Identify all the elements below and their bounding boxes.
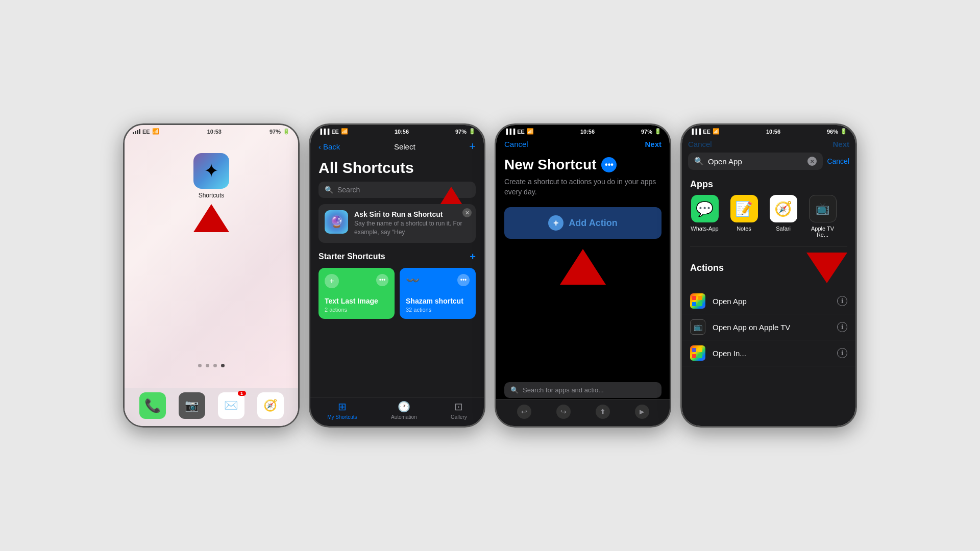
wifi-icon: 📶 xyxy=(152,128,159,135)
safari-app-item[interactable]: 🧭 Safari xyxy=(767,195,800,238)
cancel-top-4[interactable]: Cancel xyxy=(688,140,712,148)
carrier-2: EE xyxy=(331,129,339,135)
next-top-4[interactable]: Next xyxy=(832,140,849,148)
back-label: Back xyxy=(323,142,340,151)
red-arrow-up-1 xyxy=(193,204,229,232)
open-app-action-name: Open App xyxy=(713,297,830,306)
shazam-tile[interactable]: 〰️ ••• Shazam shortcut 32 actions xyxy=(400,268,476,319)
battery-4: 96% xyxy=(827,129,838,135)
add-starter-button[interactable]: + xyxy=(470,251,476,263)
battery-icon: 🔋 xyxy=(283,128,290,135)
automation-icon: 🕐 xyxy=(398,400,410,413)
tile-count-1: 2 actions xyxy=(325,307,388,313)
tile-more-icon-2[interactable]: ••• xyxy=(457,274,470,286)
search-placeholder-2: Search xyxy=(337,186,360,194)
whatsapp-app-item[interactable]: 💬 Whats-App xyxy=(688,195,721,238)
shortcuts-grid: + ••• Text Last Image 2 actions 〰️ ••• S… xyxy=(310,268,484,319)
tile-add-icon-1: + xyxy=(325,274,339,288)
cancel-button-3[interactable]: Cancel xyxy=(504,140,528,148)
gmail-badge: 1 xyxy=(238,391,246,396)
signal-icon-2: ▐▐▐ xyxy=(318,129,329,134)
notes-app-icon: 📝 xyxy=(730,195,758,222)
my-shortcuts-icon: ⊞ xyxy=(338,400,347,413)
back-button[interactable]: ‹ Back xyxy=(318,142,340,151)
wifi-icon-2: 📶 xyxy=(341,128,348,135)
open-appletv-action-icon: 📺 xyxy=(690,319,705,335)
time-2: 10:56 xyxy=(395,129,409,135)
actions-search-bar[interactable]: 🔍 Search for apps and actio... xyxy=(504,382,662,398)
open-in-action-name: Open In... xyxy=(713,349,830,358)
appletv-app-icon: 📺 xyxy=(809,195,837,222)
camera-app-icon[interactable]: 📷 xyxy=(179,392,205,419)
actions-section-label: Actions xyxy=(690,263,806,273)
select-button[interactable]: Select xyxy=(394,142,415,151)
next-button-3[interactable]: Next xyxy=(645,140,662,148)
share-button[interactable]: ⬆ xyxy=(596,405,610,419)
carrier-3: EE xyxy=(517,129,525,135)
clear-search-button[interactable]: ✕ xyxy=(807,157,817,166)
signal-icon xyxy=(133,129,140,134)
automation-label: Automation xyxy=(391,414,417,420)
cancel-search-button[interactable]: Cancel xyxy=(827,157,849,165)
apps-section-label: Apps xyxy=(682,177,855,195)
open-app-action-row[interactable]: Open App ℹ xyxy=(682,288,855,314)
gmail-app-icon[interactable]: ✉️ 1 xyxy=(218,392,244,419)
status-bar-3: ▐▐▐ EE 📶 10:56 97% 🔋 xyxy=(496,125,670,138)
red-arrow-screen3 xyxy=(496,249,670,285)
starter-section-label: Starter Shortcuts xyxy=(318,252,385,261)
shazam-wave-icon: 〰️ xyxy=(406,274,420,287)
text-last-image-tile[interactable]: + ••• Text Last Image 2 actions xyxy=(318,268,395,319)
whatsapp-app-icon: 💬 xyxy=(691,195,719,222)
new-shortcut-title: New Shortcut ••• xyxy=(496,153,670,177)
tab-gallery[interactable]: ⊡ Gallery xyxy=(451,400,467,420)
run-button[interactable]: ▶ xyxy=(635,405,649,419)
appletv-app-name: Apple TV Re... xyxy=(806,226,839,238)
open-app-search-input[interactable]: 🔍 Open App ✕ xyxy=(688,153,823,170)
gallery-icon: ⊡ xyxy=(454,400,463,413)
time-label: 10:53 xyxy=(207,129,222,135)
carrier-label: EE xyxy=(142,129,150,135)
open-app-appletv-row[interactable]: 📺 Open App on Apple TV ℹ xyxy=(682,314,855,340)
add-action-button[interactable]: + Add Action xyxy=(504,207,662,239)
page-dots xyxy=(198,364,225,367)
close-siri-card-button[interactable]: ✕ xyxy=(462,208,472,217)
carrier-4: EE xyxy=(703,129,710,135)
tab-my-shortcuts[interactable]: ⊞ My Shortcuts xyxy=(327,400,357,420)
siri-card[interactable]: 🔮 Ask Siri to Run a Shortcut Say the nam… xyxy=(318,204,476,243)
all-shortcuts-title: All Shortcuts xyxy=(310,157,484,182)
dot-2 xyxy=(206,364,209,367)
shortcut-options-button[interactable]: ••• xyxy=(601,157,617,172)
search-icon-2: 🔍 xyxy=(325,186,333,194)
search-value-4: Open App xyxy=(708,157,742,166)
shortcuts-app-icon[interactable]: ✦ xyxy=(193,153,229,189)
open-app-info-button[interactable]: ℹ xyxy=(837,296,847,306)
notes-app-item[interactable]: 📝 Notes xyxy=(727,195,761,238)
add-action-label: Add Action xyxy=(569,218,617,229)
notes-app-name: Notes xyxy=(737,226,751,232)
add-action-plus-icon: + xyxy=(548,215,564,231)
appletv-app-item[interactable]: 📺 Apple TV Re... xyxy=(806,195,839,238)
dot-3 xyxy=(213,364,217,367)
nav-bar-2: ‹ Back Select + xyxy=(310,138,484,157)
phone-frame-3: ▐▐▐ EE 📶 10:56 97% 🔋 Cancel Next New Sho… xyxy=(495,123,671,428)
tile-name-2: Shazam shortcut xyxy=(406,297,470,306)
starter-shortcuts-header: Starter Shortcuts + xyxy=(310,249,484,268)
home-screen-content: ✦ Shortcuts xyxy=(125,138,298,383)
safari-app-icon[interactable]: 🧭 xyxy=(257,392,284,419)
tile-more-icon-1[interactable]: ••• xyxy=(376,274,388,286)
divider xyxy=(690,246,847,246)
tab-automation[interactable]: 🕐 Automation xyxy=(391,400,417,420)
battery-2: 97% xyxy=(455,129,467,135)
bottom-nav-2: ⊞ My Shortcuts 🕐 Automation ⊡ Gallery xyxy=(310,397,484,426)
phone-app-icon[interactable]: 📞 xyxy=(139,392,166,419)
status-bar-4: ▐▐▐ EE 📶 10:56 96% 🔋 xyxy=(682,125,855,138)
open-appletv-info-button[interactable]: ℹ xyxy=(837,322,847,332)
undo-button[interactable]: ↩ xyxy=(517,405,531,419)
add-shortcut-button[interactable]: + xyxy=(469,140,476,153)
apps-row: 💬 Whats-App 📝 Notes 🧭 Safari xyxy=(682,195,855,246)
shortcuts-app-label: Shortcuts xyxy=(199,192,225,199)
redo-button[interactable]: ↪ xyxy=(556,405,571,419)
open-in-info-button[interactable]: ℹ xyxy=(837,348,847,358)
search-icon-4: 🔍 xyxy=(694,157,704,166)
open-in-row[interactable]: Open In... ℹ xyxy=(682,340,855,366)
